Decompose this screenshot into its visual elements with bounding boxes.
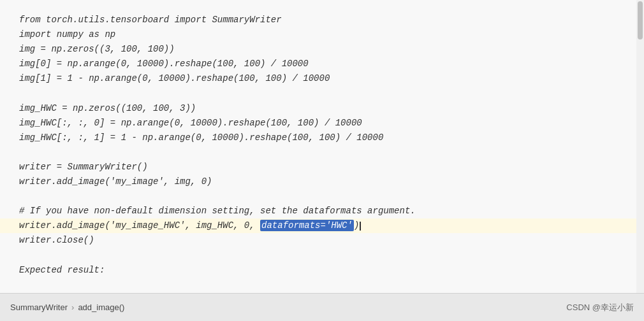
text-cursor bbox=[360, 222, 361, 231]
breadcrumb-part-2: add_image() bbox=[78, 303, 124, 312]
breadcrumb-separator: › bbox=[71, 303, 74, 312]
scrollbar[interactable] bbox=[636, 0, 644, 293]
code-line: import numpy as np bbox=[19, 27, 625, 42]
code-line: img_HWC = np.zeros((100, 100, 3)) bbox=[19, 101, 625, 116]
status-bar: SummaryWriter › add_image() CSDN @幸运小新 bbox=[0, 293, 644, 321]
code-area: from torch.utils.tensorboard import Summ… bbox=[0, 0, 644, 293]
code-line: from torch.utils.tensorboard import Summ… bbox=[19, 13, 625, 27]
code-line: # If you have non-default dimension sett… bbox=[19, 204, 625, 218]
code-line: img[0] = np.arange(0, 10000).reshape(100… bbox=[19, 57, 625, 71]
code-line bbox=[19, 145, 625, 160]
code-line: img_HWC[:, :, 1] = 1 - np.arange(0, 1000… bbox=[19, 131, 625, 145]
code-line: img_HWC[:, :, 0] = np.arange(0, 10000).r… bbox=[19, 116, 625, 131]
code-line: writer = SummaryWriter() bbox=[19, 160, 625, 175]
breadcrumb-part-1: SummaryWriter bbox=[10, 303, 68, 312]
code-line: Expected result: bbox=[19, 263, 625, 278]
highlighted-code: dataformats='HWC' bbox=[260, 220, 354, 231]
code-line: img = np.zeros((3, 100, 100)) bbox=[19, 42, 625, 57]
watermark: CSDN @幸运小新 bbox=[566, 302, 634, 313]
code-line bbox=[19, 248, 625, 263]
code-line: writer.add_image('my_image', img, 0) bbox=[19, 175, 625, 189]
code-line: img[1] = 1 - np.arange(0, 10000).reshape… bbox=[19, 71, 625, 86]
code-line: writer.close() bbox=[19, 233, 625, 248]
breadcrumb: SummaryWriter › add_image() bbox=[10, 303, 124, 312]
code-line bbox=[19, 189, 625, 204]
code-line: writer.add_image('my_image_HWC', img_HWC… bbox=[0, 218, 644, 233]
scrollbar-thumb[interactable] bbox=[638, 1, 643, 39]
code-line bbox=[19, 86, 625, 101]
